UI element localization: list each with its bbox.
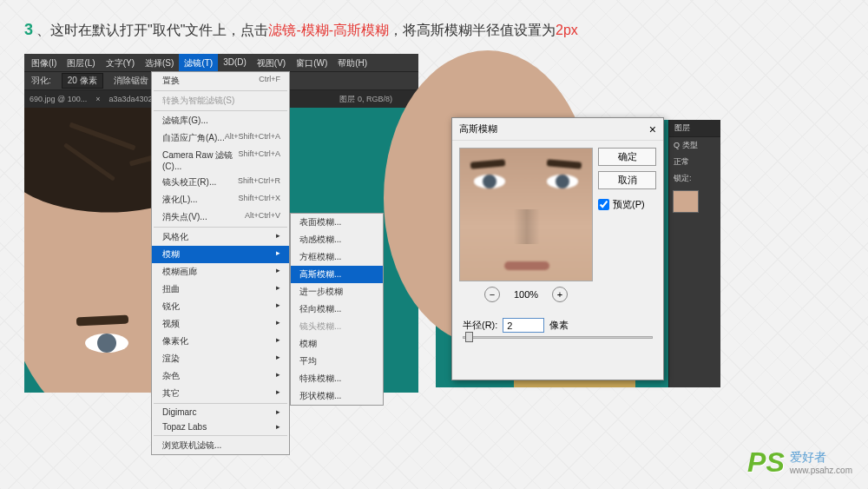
blur-submenu: 表面模糊... 动感模糊... 方框模糊... 高斯模糊... 进一步模糊 径向… [290, 213, 384, 406]
menu-filter[interactable]: 滤镜(T) [179, 54, 218, 71]
radius-label: 半径(R): [463, 319, 497, 332]
close-icon[interactable]: × [649, 122, 656, 136]
mi-render[interactable]: 渲染 [152, 350, 289, 367]
watermark-cn: 爱好者 [790, 450, 852, 466]
preview-box[interactable] [459, 148, 593, 281]
gaussian-blur-dialog: 高斯模糊 × − 100% + [451, 117, 664, 380]
instruction-text: 3 、 这时在默认打开"取代"文件上，点击 滤镜-模糊-高斯模糊 ，将高斯模糊半… [24, 21, 578, 40]
mi-stylize[interactable]: 风格化 [152, 228, 289, 246]
radius-input[interactable] [503, 318, 544, 333]
watermark-url: www.psahz.com [790, 466, 852, 475]
ok-button[interactable]: 确定 [598, 148, 656, 166]
antialias-label: 消除锯齿 [114, 75, 148, 87]
menu-3d[interactable]: 3D(D) [218, 54, 252, 71]
mi-smart-filter[interactable]: 转换为智能滤镜(S) [152, 92, 289, 109]
menu-help[interactable]: 帮助(H) [332, 54, 372, 71]
mi-distort[interactable]: 扭曲 [152, 281, 289, 298]
mi-digimarc[interactable]: Digimarc [152, 405, 289, 420]
step-number: 3 [24, 21, 33, 39]
preview-checkbox[interactable]: 预览(P) [598, 198, 656, 211]
filter-menu: 置换Ctrl+F 转换为智能滤镜(S) 滤镜库(G)... 自适应广角(A)..… [151, 71, 290, 455]
mi-radial-blur[interactable]: 径向模糊... [291, 301, 383, 318]
radius-slider[interactable] [452, 336, 663, 347]
tab-1[interactable]: 690.jpg @ 100... [30, 95, 87, 103]
eye-left [85, 334, 128, 353]
mi-liquify[interactable]: 液化(L)...Shift+Ctrl+X [152, 191, 289, 208]
mi-filter-gallery[interactable]: 滤镜库(G)... [152, 112, 289, 129]
zoom-out-icon[interactable]: − [484, 287, 500, 302]
menu-select[interactable]: 选择(S) [140, 54, 179, 71]
mi-noise[interactable]: 杂色 [152, 367, 289, 385]
zoom-value: 100% [514, 289, 538, 300]
mi-lens[interactable]: 镜头校正(R)...Shift+Ctrl+R [152, 174, 289, 191]
mi-camera-raw[interactable]: Camera Raw 滤镜(C)...Shift+Ctrl+A [152, 147, 289, 174]
photoshop-right-panel: 高斯模糊 × − 100% + [436, 120, 720, 387]
mi-other[interactable]: 其它 [152, 385, 289, 402]
watermark: PS 爱好者 www.psahz.com [747, 446, 852, 479]
slider-thumb[interactable] [465, 332, 473, 342]
layers-kind[interactable]: Q 类型 [669, 137, 720, 154]
menu-view[interactable]: 视图(V) [252, 54, 291, 71]
feather-label: 羽化: [31, 75, 51, 87]
menubar: 图像(I) 图层(L) 文字(Y) 选择(S) 滤镜(T) 3D(D) 视图(V… [24, 54, 418, 71]
mi-topaz[interactable]: Topaz Labs [152, 420, 289, 434]
mi-adaptive[interactable]: 自适应广角(A)...Alt+Shift+Ctrl+A [152, 129, 289, 147]
mi-gaussian-blur[interactable]: 高斯模糊... [291, 266, 383, 283]
mi-blur-more[interactable]: 进一步模糊 [291, 283, 383, 301]
layers-tab[interactable]: 图层 [669, 120, 720, 137]
mi-sharpen[interactable]: 锐化 [152, 298, 289, 315]
mi-lens-blur[interactable]: 镜头模糊... [291, 318, 383, 335]
mi-motion-blur[interactable]: 动感模糊... [291, 231, 383, 248]
layers-mode[interactable]: 正常 [669, 154, 720, 170]
mi-blur-basic[interactable]: 模糊 [291, 335, 383, 353]
layers-lock: 锁定: [669, 170, 720, 187]
mi-vanishing[interactable]: 消失点(V)...Alt+Ctrl+V [152, 208, 289, 226]
zoom-in-icon[interactable]: + [552, 287, 568, 302]
tab-info: 图层 0, RGB/8) [339, 94, 392, 105]
menu-layer[interactable]: 图层(L) [62, 54, 100, 71]
mi-smart-blur[interactable]: 特殊模糊... [291, 370, 383, 387]
menu-image[interactable]: 图像(I) [26, 54, 62, 71]
dialog-titlebar: 高斯模糊 × [452, 118, 663, 141]
radius-row: 半径(R): 像素 [452, 309, 663, 336]
mi-pixelate[interactable]: 像素化 [152, 333, 289, 350]
mi-video[interactable]: 视频 [152, 315, 289, 333]
watermark-logo: PS [747, 446, 785, 479]
layers-panel: 图层 Q 类型 正常 锁定: [668, 120, 720, 387]
mi-average[interactable]: 平均 [291, 353, 383, 370]
photoshop-left-panel: 图像(I) 图层(L) 文字(Y) 选择(S) 滤镜(T) 3D(D) 视图(V… [24, 54, 418, 393]
mi-browse-online[interactable]: 浏览联机滤镜... [152, 437, 289, 454]
zoom-controls: − 100% + [459, 287, 593, 302]
mi-blur-gallery[interactable]: 模糊画廊 [152, 263, 289, 281]
feather-value[interactable]: 20 像素 [62, 73, 103, 89]
menu-type[interactable]: 文字(Y) [101, 54, 140, 71]
layer-thumbnail[interactable] [673, 190, 699, 213]
cancel-button[interactable]: 取消 [598, 171, 656, 189]
mi-box-blur[interactable]: 方框模糊... [291, 248, 383, 266]
menu-window[interactable]: 窗口(W) [291, 54, 332, 71]
radius-unit: 像素 [549, 319, 569, 332]
mi-shape-blur[interactable]: 形状模糊... [291, 387, 383, 405]
mi-blur[interactable]: 模糊 [152, 246, 289, 263]
mi-last-filter[interactable]: 置换Ctrl+F [152, 72, 289, 89]
mi-surface-blur[interactable]: 表面模糊... [291, 214, 383, 231]
preview-check-input[interactable] [598, 199, 609, 210]
dialog-title: 高斯模糊 [459, 122, 497, 135]
